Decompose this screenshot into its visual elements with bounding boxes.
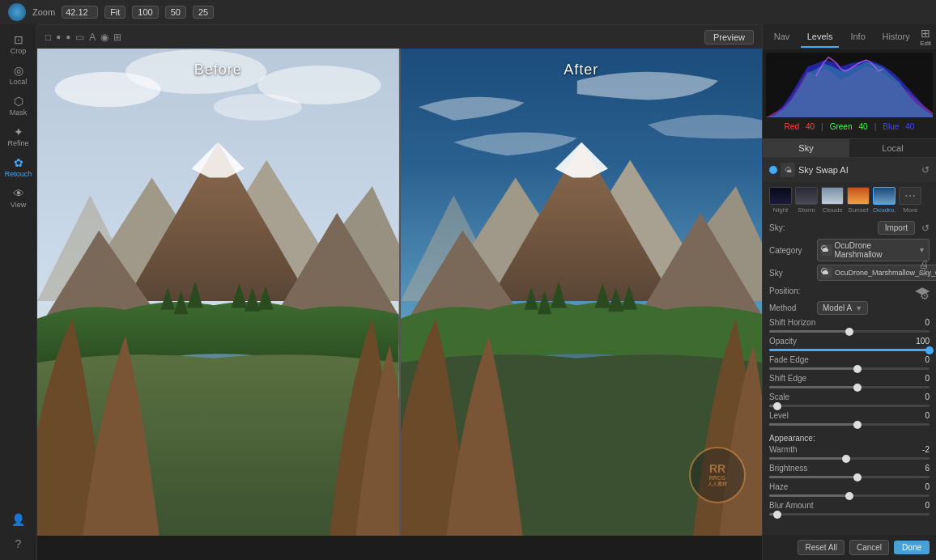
opacity-track[interactable] [769, 349, 930, 351]
zoom-50-button[interactable]: 50 [165, 6, 186, 19]
done-button[interactable]: Done [894, 541, 930, 554]
fade-edge-label: Fade Edge [769, 355, 809, 364]
thumb-more[interactable]: ⋯ More [899, 187, 921, 214]
before-svg [37, 49, 399, 536]
shift-horizon-thumb[interactable] [845, 328, 853, 336]
bottom-icon-circle[interactable]: ◉ [100, 32, 108, 43]
reset-all-button[interactable]: Reset All [798, 540, 844, 555]
sidebar-item-crop[interactable]: ⊡ Crop [2, 31, 35, 58]
person-icon[interactable]: 👤 [8, 510, 28, 529]
zoom-label: Zoom [32, 7, 55, 17]
thumb-storm[interactable]: Storm [795, 187, 818, 214]
preview-button[interactable]: Preview [704, 30, 754, 45]
bottom-icon-grid[interactable]: ⊞ [113, 32, 121, 43]
bottom-icon-text[interactable]: A [89, 32, 96, 43]
crop-label: Crop [11, 47, 27, 55]
sidebar-item-retouch[interactable]: ✿ Retouch [2, 154, 35, 181]
method-row: Method Model A ▼ [763, 299, 936, 317]
brightness-fill [769, 476, 857, 478]
main-layout: ⊡ Crop ◎ Local ⬡ Mask ✦ Refine ✿ Retouch… [0, 24, 936, 560]
watermark: RR RRCG 人人素材 [689, 447, 746, 503]
shift-edge-thumb[interactable] [853, 384, 862, 392]
sky-thumbs-row: Night Storm Clouds Sunset Ocudro. [763, 182, 936, 218]
level-thumb[interactable] [853, 421, 862, 429]
brightness-label: Brightness [769, 464, 807, 473]
fit-button[interactable]: Fit [104, 6, 126, 19]
thumb-night[interactable]: Night [769, 187, 792, 214]
sidebar-item-refine[interactable]: ✦ Refine [2, 123, 35, 151]
mask-icon: ⬡ [14, 95, 23, 107]
level-label: Level [769, 411, 789, 420]
after-label: After [564, 62, 598, 78]
level-track[interactable] [769, 423, 930, 426]
blur-thumb[interactable] [773, 511, 781, 519]
scale-slider: Scale 0 [763, 392, 936, 410]
canvas-area: Before [37, 24, 762, 560]
thumb-clouds[interactable]: Clouds [821, 187, 844, 214]
thumb-sunset[interactable]: Sunset [847, 187, 870, 214]
brightness-thumb[interactable] [853, 473, 862, 482]
right-panel: Nav Levels Info History ⊞ Edit [762, 24, 936, 560]
method-label: Method [769, 303, 814, 312]
scale-track[interactable] [769, 405, 930, 407]
help-icon[interactable]: ? [12, 534, 25, 554]
sky-reset-icon[interactable]: ↺ [921, 223, 930, 234]
thumb-more-label: More [903, 206, 917, 214]
sidebar-item-view[interactable]: 👁 View [2, 185, 35, 212]
fade-edge-track[interactable] [769, 367, 930, 370]
tab-history[interactable]: History [877, 27, 915, 48]
brightness-track[interactable] [769, 476, 930, 478]
blur-track[interactable] [769, 513, 930, 515]
svg-point-4 [214, 94, 302, 121]
opacity-slider: Opacity 100 [763, 336, 936, 354]
red-label: Red [785, 122, 799, 131]
opacity-thumb[interactable] [925, 346, 934, 354]
settings-icon-btn[interactable]: ⚙ [917, 287, 932, 304]
sidebar-item-mask[interactable]: ⬡ Mask [2, 92, 35, 120]
thumb-clouds-img [821, 187, 844, 205]
shift-horizon-fill [769, 330, 849, 333]
tab-levels[interactable]: Levels [801, 27, 839, 48]
zoom-100-button[interactable]: 100 [132, 6, 158, 19]
shift-horizon-track[interactable] [769, 330, 930, 333]
zoom-input[interactable] [62, 6, 98, 19]
thumb-storm-img [795, 187, 818, 205]
refine-label: Refine [7, 139, 28, 147]
shift-edge-track[interactable] [769, 386, 930, 388]
method-dropdown[interactable]: Model A ▼ [817, 301, 868, 315]
import-button[interactable]: Import [878, 221, 915, 235]
warmth-track[interactable] [769, 457, 930, 460]
scale-thumb[interactable] [773, 402, 781, 410]
sidebar-item-local[interactable]: ◎ Local [2, 62, 35, 89]
sky-swap-header: 🌤 Sky Swap AI ↺ [763, 158, 936, 182]
appearance-label: Appearance: [769, 434, 815, 443]
bottom-icon-square[interactable]: □ [45, 32, 51, 43]
app-logo [8, 3, 26, 21]
tab-nav[interactable]: Nav [763, 27, 801, 48]
method-value: Model A [823, 303, 852, 312]
shift-edge-label: Shift Edge [769, 374, 806, 383]
warmth-thumb[interactable] [842, 455, 850, 463]
right-tabs: Nav Levels Info History [763, 27, 915, 48]
thumb-storm-label: Storm [798, 206, 815, 214]
fade-edge-thumb[interactable] [853, 365, 862, 373]
green-value: 40 [859, 122, 868, 131]
haze-thumb[interactable] [845, 492, 853, 500]
cancel-button[interactable]: Cancel [849, 540, 889, 555]
histogram-svg [766, 53, 933, 117]
tab-info[interactable]: Info [839, 27, 877, 48]
tab-sky[interactable]: Sky [763, 139, 849, 157]
tab-local[interactable]: Local [849, 139, 936, 157]
reset-icon[interactable]: ↺ [921, 164, 930, 176]
thumb-ocudrone[interactable]: Ocudro. [873, 187, 896, 214]
method-chevron: ▼ [855, 304, 862, 312]
bottom-icon-rect[interactable]: ▭ [75, 32, 84, 43]
zoom-25-button[interactable]: 25 [193, 6, 214, 19]
edit-button[interactable]: ⊞ Edit [915, 24, 936, 49]
thumb-sunset-label: Sunset [849, 206, 869, 214]
brightness-value: 6 [925, 464, 930, 473]
print-icon-btn[interactable]: 🖨 Print [917, 256, 933, 279]
haze-track[interactable] [769, 494, 930, 497]
blue-value: 40 [905, 122, 914, 131]
view-label: View [11, 201, 26, 209]
